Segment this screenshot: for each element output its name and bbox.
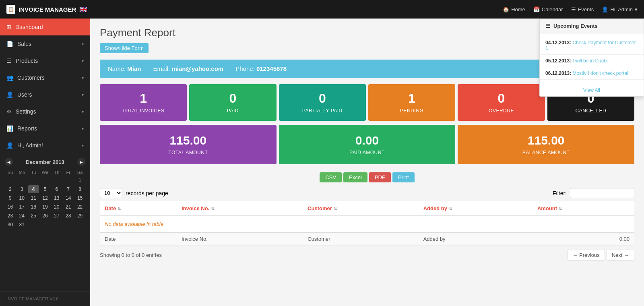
- cal-day-20[interactable]: 20: [51, 203, 62, 211]
- cal-day-2[interactable]: 2: [5, 185, 16, 193]
- cal-day-empty: [40, 176, 51, 184]
- stat-card-overdue: 0 OVERDUE: [458, 84, 545, 121]
- stat-card-paid: 0 PAID: [189, 84, 276, 121]
- nav-home[interactable]: 🏠 Home: [503, 6, 525, 12]
- per-page-select[interactable]: 10 25 50 100: [100, 188, 122, 198]
- sidebar-item-left: 👤 Hi, Admin!: [6, 142, 43, 149]
- sidebar-arrow-sales: ▾: [82, 42, 84, 46]
- cal-day-25[interactable]: 25: [28, 212, 39, 220]
- table-col-customer[interactable]: Customer⇅: [303, 201, 419, 216]
- csv-button[interactable]: CSV: [320, 172, 342, 182]
- cal-day-5[interactable]: 5: [40, 185, 51, 193]
- stat-label-5: CANCELLED: [551, 108, 630, 114]
- table-col-amount[interactable]: Amount⇅: [533, 201, 634, 216]
- cal-day-15[interactable]: 15: [74, 194, 85, 202]
- cal-day-26[interactable]: 26: [40, 212, 51, 220]
- stat-label-2: PARTIALLY PAID: [283, 108, 362, 114]
- next-button[interactable]: Next →: [607, 250, 634, 261]
- cal-day-22[interactable]: 22: [74, 203, 85, 211]
- cal-day-4[interactable]: 4: [28, 185, 39, 193]
- cal-day-1[interactable]: 1: [74, 176, 85, 184]
- show-form-button[interactable]: Show/Hide Form: [100, 43, 149, 53]
- cal-day-9[interactable]: 9: [5, 194, 16, 202]
- cal-day-24[interactable]: 24: [17, 212, 27, 220]
- cal-day-18[interactable]: 18: [28, 203, 39, 211]
- brand-icon: 📋: [6, 5, 15, 14]
- cal-day-13[interactable]: 13: [51, 194, 62, 202]
- print-button[interactable]: Print: [392, 172, 415, 182]
- table-col-added-by[interactable]: Added by⇅: [419, 201, 533, 216]
- sidebar-icon-products: ☰: [6, 58, 12, 64]
- cal-day-7[interactable]: 7: [63, 185, 74, 193]
- sidebar-item-left: 👤 Users: [6, 91, 32, 98]
- nav-calendar[interactable]: 📅 Calendar: [533, 6, 563, 12]
- table-controls: 10 25 50 100 records per page Filter:: [100, 188, 634, 198]
- sidebar-item-products[interactable]: ☰ Products ▾: [0, 52, 90, 69]
- stat-label-0: TOTAL INVOICES: [104, 108, 183, 114]
- sidebar-item-left: ☰ Products: [6, 58, 38, 64]
- sidebar-icon-reports: 📊: [6, 125, 13, 132]
- cal-day-27[interactable]: 27: [51, 212, 62, 220]
- sidebar-version: INVOICE MANAGER V2.0: [0, 291, 90, 306]
- cal-day-3[interactable]: 3: [17, 185, 27, 193]
- export-bar: CSV Excel PDF Print: [100, 172, 634, 182]
- previous-button[interactable]: ← Previous: [567, 250, 605, 261]
- nav-events[interactable]: ☰ Events: [571, 6, 594, 12]
- sort-icon: ⇅: [118, 207, 121, 211]
- sidebar-item-admin[interactable]: 👤 Hi, Admin! ▾: [0, 137, 90, 154]
- cal-day-21[interactable]: 21: [63, 203, 74, 211]
- cal-day-header: Tu: [28, 169, 39, 176]
- cal-day-29[interactable]: 29: [74, 212, 85, 220]
- sidebar-item-settings[interactable]: ⚙ Settings ▾: [0, 103, 90, 120]
- sidebar-item-sales[interactable]: 📄 Sales ▾: [0, 35, 90, 52]
- cal-day-8[interactable]: 8: [74, 185, 85, 193]
- cal-day-23[interactable]: 23: [5, 212, 16, 220]
- stat-num-4: 0: [462, 91, 541, 105]
- nav-admin[interactable]: 👤 Hi, Admin ▾: [602, 6, 638, 12]
- cal-day-17[interactable]: 17: [17, 203, 27, 211]
- cal-day-28[interactable]: 28: [63, 212, 74, 220]
- sidebar-item-customers[interactable]: 👥 Customers ▾: [0, 69, 90, 86]
- sidebar-item-left: 📊 Reports: [6, 125, 37, 132]
- table-col-date[interactable]: Date⇅: [100, 201, 177, 216]
- top-nav-right: 🏠 Home 📅 Calendar ☰ Events 👤 Hi, Admin ▾: [503, 6, 638, 12]
- cal-day-header: Sa: [74, 169, 85, 176]
- cal-day-empty: [63, 221, 74, 229]
- cal-day-11[interactable]: 11: [28, 194, 39, 202]
- calendar-icon: 📅: [533, 6, 540, 12]
- sidebar-item-left: 👥 Customers: [6, 74, 45, 81]
- cal-next-btn[interactable]: ▶: [77, 158, 85, 166]
- amount-num-2: 115.00: [462, 134, 630, 147]
- sidebar-item-users[interactable]: 👤 Users ▾: [0, 86, 90, 103]
- table-col-invoice-no[interactable]: Invoice No.⇅: [177, 201, 303, 216]
- cal-day-header: Fr: [63, 169, 74, 176]
- cal-day-10[interactable]: 10: [17, 194, 27, 202]
- cal-day-16[interactable]: 16: [5, 203, 16, 211]
- stat-label-3: PENDING: [372, 108, 451, 114]
- cal-day-19[interactable]: 19: [40, 203, 51, 211]
- excel-button[interactable]: Excel: [343, 172, 367, 182]
- events-title: Upcoming Events: [553, 23, 598, 29]
- view-all-link[interactable]: View All: [583, 87, 600, 93]
- cal-day-12[interactable]: 12: [40, 194, 51, 202]
- filter-input[interactable]: [570, 188, 634, 198]
- cal-day-empty: [63, 176, 74, 184]
- sidebar-arrow-customers: ▾: [82, 76, 84, 80]
- cal-day-14[interactable]: 14: [63, 194, 74, 202]
- cal-day-6[interactable]: 6: [51, 185, 62, 193]
- sidebar-icon-settings: ⚙: [6, 108, 12, 115]
- records-per-page: 10 25 50 100 records per page: [100, 188, 168, 198]
- sidebar-item-dashboard[interactable]: ⊞ Dashboard: [0, 19, 90, 35]
- customer-name: Name: Mian: [108, 65, 141, 72]
- sidebar-item-left: 📄 Sales: [6, 41, 31, 47]
- pdf-button[interactable]: PDF: [369, 172, 391, 182]
- sidebar-item-reports[interactable]: 📊 Reports ▾: [0, 120, 90, 137]
- stat-card-total-invoices: 1 TOTAL INVOICES: [100, 84, 187, 121]
- event-date-0: 04.12.2013:: [545, 40, 571, 45]
- no-data-row: No data available in table: [100, 216, 634, 232]
- cal-day-30[interactable]: 30: [5, 221, 16, 229]
- amount-label-1: PAID AMOUNT: [283, 150, 452, 155]
- cal-day-31[interactable]: 31: [17, 221, 27, 229]
- sidebar-arrow-admin: ▾: [82, 143, 84, 148]
- cal-prev-btn[interactable]: ◀: [5, 158, 13, 166]
